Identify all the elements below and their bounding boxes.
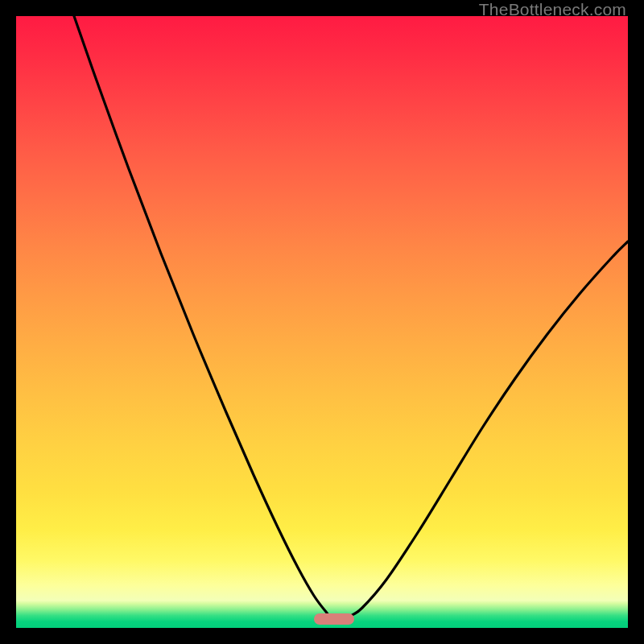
plot-area	[16, 16, 628, 628]
bottleneck-curve	[16, 16, 628, 628]
min-marker-pill	[314, 613, 354, 625]
